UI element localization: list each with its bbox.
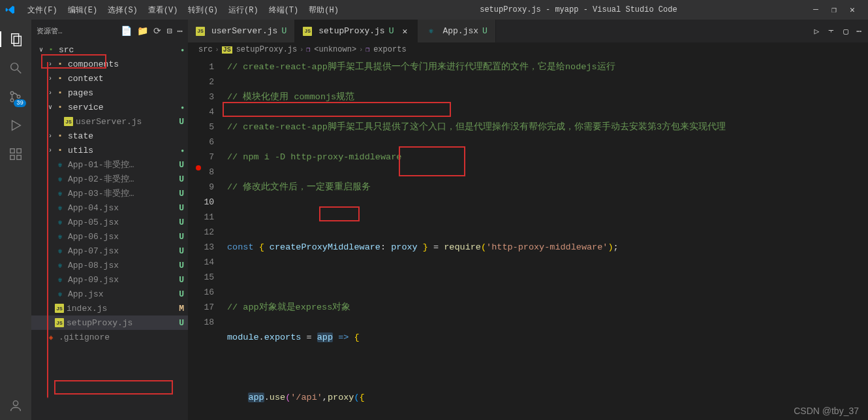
menu-edit[interactable]: 编辑(E) xyxy=(63,2,103,18)
svg-rect-7 xyxy=(10,149,14,153)
file-label: App-01-非受控… xyxy=(68,159,179,170)
tree-row[interactable]: ⚛App-05.jsxU xyxy=(31,215,188,229)
tab-status: U xyxy=(389,26,394,36)
bc-file[interactable]: setupProxy.js xyxy=(236,45,298,54)
breadcrumb[interactable]: src › JS setupProxy.js › ❒ <unknown> › ❒… xyxy=(188,42,868,57)
folder-icon: ▪ xyxy=(55,146,65,154)
more-icon[interactable]: ⋯ xyxy=(856,26,861,37)
chevron-icon: › xyxy=(46,75,55,82)
tree-row[interactable]: JSindex.jsM xyxy=(31,301,188,315)
sidebar-header: 资源管… 📄 📁 ⟳ ⊟ ⋯ xyxy=(31,20,188,42)
git-status: U xyxy=(179,174,184,184)
file-label: App-02-非受控… xyxy=(68,173,179,185)
git-status: U xyxy=(179,289,184,299)
bc-symbol[interactable]: exports xyxy=(373,45,406,54)
file-label: App.jsx xyxy=(68,289,179,299)
menu-terminal[interactable]: 终端(T) xyxy=(264,2,304,18)
chevron-right-icon: › xyxy=(359,46,363,54)
bc-module[interactable]: <unknown> xyxy=(314,45,356,54)
tree-row[interactable]: JSsetupProxy.jsU xyxy=(31,315,188,330)
menu-select[interactable]: 选择(S) xyxy=(102,2,143,18)
tree-row[interactable]: ›▪pages xyxy=(31,86,188,100)
symbol-icon: ❒ xyxy=(365,46,369,54)
js-icon: JS xyxy=(303,27,312,36)
menu-bar: 文件(F) 编辑(E) 选择(S) 查看(V) 转到(G) 运行(R) 终端(T… xyxy=(22,2,344,18)
tree-row[interactable]: ⚛App-03-非受控…U xyxy=(31,186,188,201)
tree-row[interactable]: ◈.gitignore xyxy=(31,330,188,344)
tree-row[interactable]: ⚛App-07.jsxU xyxy=(31,244,188,258)
tree-row[interactable]: ∨▪service● xyxy=(31,100,188,114)
file-label: setupProxy.js xyxy=(67,318,179,328)
file-label: App-09.jsx xyxy=(68,275,179,285)
tab-status: U xyxy=(482,26,488,36)
code-editor[interactable]: 123456789101112131415161718 // create-re… xyxy=(188,57,868,420)
layout-icon[interactable]: ▢ xyxy=(843,26,848,37)
menu-run[interactable]: 运行(R) xyxy=(223,2,264,18)
run-debug-icon[interactable] xyxy=(8,118,23,133)
tree-row[interactable]: ⚛App-06.jsxU xyxy=(31,229,188,244)
menu-view[interactable]: 查看(V) xyxy=(143,2,183,18)
file-label: service xyxy=(68,103,181,112)
tree-row[interactable]: ⚛App-08.jsxU xyxy=(31,258,188,272)
tree-row[interactable]: ⚛App-01-非受控…U xyxy=(31,157,188,172)
menu-help[interactable]: 帮助(H) xyxy=(303,2,344,18)
collapse-icon[interactable]: ⊟ xyxy=(166,25,172,37)
tree-row[interactable]: ⚛App-04.jsxU xyxy=(31,201,188,215)
react-icon: ⚛ xyxy=(55,276,65,284)
chevron-right-icon: › xyxy=(215,46,219,54)
svg-point-6 xyxy=(17,95,20,99)
tree-row[interactable]: ›▪utils● xyxy=(31,143,188,157)
svg-point-5 xyxy=(10,99,14,102)
file-label: App-04.jsx xyxy=(68,203,179,213)
tree-row[interactable]: ∨▪src● xyxy=(31,42,188,57)
tab-close-icon[interactable]: ✕ xyxy=(400,27,409,36)
more-icon[interactable]: ⋯ xyxy=(178,25,183,37)
tree-row[interactable]: ⚛App-09.jsxU xyxy=(31,272,188,287)
code-content[interactable]: // create-react-app脚手架工具提供一个专门用来进行代理配置的文… xyxy=(227,57,868,420)
search-icon[interactable] xyxy=(8,60,23,76)
tree-row[interactable]: ›▪components xyxy=(31,57,188,71)
maximize-icon[interactable]: ❐ xyxy=(831,5,839,15)
sidebar: 资源管… 📄 📁 ⟳ ⊟ ⋯ ∨▪src●›▪components›▪conte… xyxy=(31,20,188,420)
file-label: utils xyxy=(68,146,181,155)
folder-icon: ▪ xyxy=(55,89,65,97)
editor-tab[interactable]: JSuserServer.jsU xyxy=(188,20,295,42)
minimize-icon[interactable]: — xyxy=(813,5,821,15)
chevron-icon: › xyxy=(46,61,55,68)
new-folder-icon[interactable]: 📁 xyxy=(137,25,148,37)
file-label: userServer.js xyxy=(76,117,179,127)
editor-tab[interactable]: JSsetupProxy.jsU✕ xyxy=(295,20,418,42)
tree-row[interactable]: ›▪context xyxy=(31,71,188,86)
svg-rect-9 xyxy=(17,155,21,159)
tree-row[interactable]: ›▪state xyxy=(31,129,188,143)
bc-folder[interactable]: src xyxy=(198,45,213,54)
react-icon: ⚛ xyxy=(55,261,65,270)
modified-dot-icon: ● xyxy=(181,148,184,153)
run-icon[interactable]: ▷ xyxy=(814,26,820,37)
git-status: U xyxy=(179,189,184,199)
close-icon[interactable]: ✕ xyxy=(850,5,858,15)
tab-label: setupProxy.js xyxy=(318,26,384,36)
js-icon: JS xyxy=(196,27,205,36)
breakpoint-icon[interactable] xyxy=(196,165,201,170)
new-file-icon[interactable]: 📄 xyxy=(121,25,132,37)
window-controls: — ❐ ✕ xyxy=(813,5,863,15)
file-label: pages xyxy=(68,88,184,98)
editor-tab[interactable]: ⚛App.jsxU xyxy=(418,20,495,42)
tree-row[interactable]: ⚛App-02-非受控…U xyxy=(31,172,188,186)
chevron-icon: ∨ xyxy=(37,46,46,54)
file-label: App-08.jsx xyxy=(68,261,179,270)
tree-row[interactable]: JSuserServer.jsU xyxy=(31,114,188,129)
menu-goto[interactable]: 转到(G) xyxy=(183,2,223,18)
refresh-icon[interactable]: ⟳ xyxy=(153,25,161,37)
menu-file[interactable]: 文件(F) xyxy=(22,2,63,18)
react-icon: ⚛ xyxy=(426,27,436,35)
account-icon[interactable] xyxy=(8,398,23,413)
scm-icon[interactable]: 39 xyxy=(8,89,23,105)
split-icon[interactable]: ⫟ xyxy=(827,26,835,36)
chevron-icon: ∨ xyxy=(46,103,55,111)
extensions-icon[interactable] xyxy=(8,146,23,162)
tree-row[interactable]: ⚛App.jsxU xyxy=(31,287,188,301)
explorer-icon[interactable] xyxy=(0,31,31,47)
react-icon: ⚛ xyxy=(55,218,65,227)
